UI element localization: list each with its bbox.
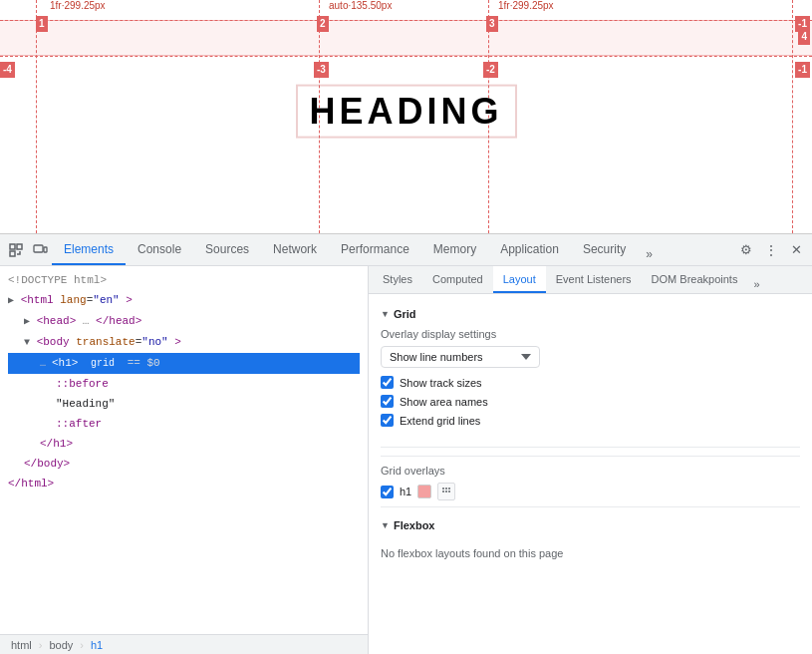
svg-point-6	[445, 488, 447, 490]
grid-overlay-h1-checkbox[interactable]	[381, 486, 394, 498]
tab-security[interactable]: Security	[571, 234, 638, 265]
overlay-settings-label: Overlay display settings	[381, 328, 800, 340]
preview-area: 1 1fr·299.25px 2 auto·135.50px 3 1fr·299…	[0, 0, 812, 234]
dom-line-body-close[interactable]: </body>	[8, 454, 360, 474]
breadcrumb-h1[interactable]: h1	[88, 639, 106, 651]
breadcrumb-html[interactable]: html	[8, 639, 35, 651]
devtools-main: <!DOCTYPE html> ▶ <html lang="en" > ▶ <h…	[0, 266, 812, 654]
subtab-computed[interactable]: Computed	[422, 266, 493, 293]
svg-point-10	[448, 490, 450, 492]
grid-row-label-neg2: -2	[483, 62, 498, 78]
tab-elements[interactable]: Elements	[52, 234, 126, 265]
grid-overlays-title: Grid overlays	[381, 465, 800, 477]
grid-row-label-neg1: -1	[795, 62, 810, 78]
grid-track-label-2: auto·135.50px	[329, 0, 392, 11]
grid-row-line-2	[0, 56, 812, 57]
grid-section-arrow: ▼	[381, 309, 390, 319]
show-track-sizes-row: Show track sizes	[381, 376, 800, 389]
tab-network[interactable]: Network	[261, 234, 329, 265]
grid-col-label-4: 4	[798, 29, 810, 45]
dom-line-h1-close[interactable]: </h1>	[8, 434, 360, 454]
show-area-names-label: Show area names	[400, 396, 488, 408]
grid-col-label-2: 2	[317, 16, 329, 32]
show-track-sizes-label: Show track sizes	[400, 377, 482, 389]
right-content: ▼ Grid Overlay display settings Show lin…	[369, 294, 812, 654]
grid-overlay-h1: h1	[381, 483, 800, 500]
dom-line-before[interactable]: ::before	[8, 374, 360, 394]
devtools-right-icons: ⚙ ⋮ ✕	[734, 238, 808, 262]
svg-point-7	[442, 490, 444, 492]
grid-track-label-1: 1fr·299.25px	[50, 0, 106, 11]
tab-memory[interactable]: Memory	[421, 234, 488, 265]
grid-track-label-3: 1fr·299.25px	[498, 0, 554, 11]
grid-divider	[381, 447, 800, 448]
grid-overlay-settings-icon[interactable]	[437, 483, 455, 500]
dom-line-h1[interactable]: … <h1> grid == $0	[8, 353, 360, 374]
dom-line-html[interactable]: ▶ <html lang="en" >	[8, 290, 360, 311]
breadcrumb: html › body › h1	[0, 634, 369, 654]
dom-panel: <!DOCTYPE html> ▶ <html lang="en" > ▶ <h…	[0, 266, 369, 654]
dom-line-html-close[interactable]: </html>	[8, 474, 360, 493]
svg-point-5	[442, 488, 444, 490]
svg-rect-0	[10, 244, 15, 249]
svg-rect-1	[10, 251, 15, 256]
grid-section-title: Grid	[394, 308, 416, 320]
grid-overlays-section: Grid overlays h1	[381, 456, 800, 500]
subtab-more-button[interactable]: »	[747, 275, 765, 293]
tab-console[interactable]: Console	[126, 234, 193, 265]
right-panel: Styles Computed Layout Event Listeners D…	[369, 266, 812, 654]
inspect-element-button[interactable]	[4, 238, 28, 262]
svg-rect-3	[34, 245, 43, 252]
flexbox-section-title: Flexbox	[394, 519, 435, 531]
dom-line-text[interactable]: "Heading"	[8, 394, 360, 414]
line-numbers-select-row: Show line numbers Show line names Hide l…	[381, 346, 800, 368]
svg-point-9	[448, 488, 450, 490]
grid-row-label-neg3: -3	[314, 62, 329, 78]
subtab-dom-breakpoints[interactable]: DOM Breakpoints	[642, 266, 748, 293]
dom-line-body[interactable]: ▼ <body translate="no" >	[8, 332, 360, 353]
grid-badge: grid	[87, 355, 119, 373]
tab-sources[interactable]: Sources	[193, 234, 261, 265]
breadcrumb-body[interactable]: body	[46, 639, 76, 651]
no-flexbox-message: No flexbox layouts found on this page	[381, 539, 800, 567]
devtools-tabs: Elements Console Sources Network Perform…	[52, 234, 734, 265]
subtab-layout[interactable]: Layout	[493, 266, 546, 293]
device-toolbar-button[interactable]	[28, 238, 52, 262]
svg-point-8	[445, 490, 447, 492]
flexbox-section-header[interactable]: ▼ Flexbox	[381, 513, 800, 535]
extend-grid-lines-label: Extend grid lines	[400, 415, 480, 427]
show-track-sizes-checkbox[interactable]	[381, 376, 394, 389]
dom-line-head[interactable]: ▶ <head> … </head>	[8, 311, 360, 332]
grid-col-label-1: 1	[36, 16, 48, 32]
preview-heading: HEADING	[295, 85, 516, 139]
tab-performance[interactable]: Performance	[329, 234, 421, 265]
dom-line-doctype[interactable]: <!DOCTYPE html>	[8, 270, 360, 290]
grid-row-line-1	[0, 20, 812, 21]
show-area-names-row: Show area names	[381, 395, 800, 408]
grid-overlay-color-swatch[interactable]	[417, 485, 431, 498]
more-options-button[interactable]: ⋮	[760, 242, 782, 258]
svg-rect-4	[44, 247, 47, 252]
show-area-names-checkbox[interactable]	[381, 395, 394, 408]
dom-tree: <!DOCTYPE html> ▶ <html lang="en" > ▶ <h…	[0, 266, 368, 654]
settings-button[interactable]: ⚙	[734, 238, 758, 262]
tab-application[interactable]: Application	[488, 234, 571, 265]
flexbox-section-content: No flexbox layouts found on this page	[381, 539, 800, 567]
grid-overlay-h1-label: h1	[400, 486, 411, 497]
grid-col-label-3: 3	[486, 16, 498, 32]
dom-line-after[interactable]: ::after	[8, 414, 360, 434]
extend-grid-lines-row: Extend grid lines	[381, 414, 800, 427]
grid-section-header[interactable]: ▼ Grid	[381, 302, 800, 324]
flexbox-divider	[381, 506, 800, 507]
tab-more-button[interactable]: »	[638, 243, 661, 265]
devtools-topbar: Elements Console Sources Network Perform…	[0, 234, 812, 266]
grid-row-band	[0, 20, 812, 56]
subtab-styles[interactable]: Styles	[373, 266, 422, 293]
svg-rect-2	[17, 244, 22, 249]
line-numbers-select[interactable]: Show line numbers Show line names Hide l…	[381, 346, 540, 368]
grid-row-label-neg4: -4	[0, 62, 15, 78]
close-devtools-button[interactable]: ✕	[784, 238, 808, 262]
flexbox-section-arrow: ▼	[381, 520, 390, 530]
subtab-event-listeners[interactable]: Event Listeners	[546, 266, 642, 293]
extend-grid-lines-checkbox[interactable]	[381, 414, 394, 427]
